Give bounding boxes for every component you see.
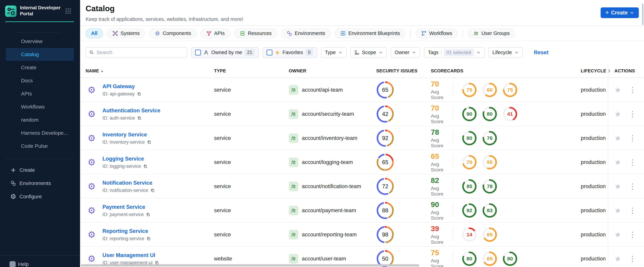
- entity-name-link[interactable]: Reporting Service: [102, 228, 148, 234]
- favorite-star-icon[interactable]: ★: [614, 255, 621, 262]
- favorite-star-icon[interactable]: ★: [614, 182, 621, 190]
- tab-apis[interactable]: APIs: [200, 28, 230, 38]
- owner-value[interactable]: account/reporting-team: [302, 232, 357, 238]
- scorecard-ring[interactable]: 75: [502, 82, 518, 98]
- security-issues-donut: 92: [376, 129, 394, 147]
- copy-icon[interactable]: [146, 212, 150, 217]
- entity-name-link[interactable]: Authentication Service: [102, 108, 160, 114]
- scorecard-ring[interactable]: 83: [482, 203, 497, 218]
- owned-by-me-checkbox[interactable]: [195, 50, 201, 56]
- scorecard-ring[interactable]: 55: [482, 155, 497, 170]
- scorecard-ring[interactable]: 92: [462, 203, 477, 218]
- owner-value[interactable]: account/user-team: [302, 256, 346, 262]
- sidebar-item-random[interactable]: random: [6, 113, 74, 126]
- entity-name-link[interactable]: API Gateway: [102, 83, 135, 90]
- favorite-star-icon[interactable]: ★: [614, 231, 621, 238]
- sidebar-item-configure[interactable]: ⚙Configure: [0, 190, 80, 203]
- tab-user-groups[interactable]: User Groups: [468, 28, 515, 38]
- sidebar-item-create[interactable]: Create: [6, 61, 74, 74]
- copy-icon[interactable]: [137, 116, 142, 120]
- owner-dropdown[interactable]: Owner: [391, 47, 420, 58]
- scorecard-ring[interactable]: 65: [482, 227, 497, 242]
- scorecard-ring[interactable]: 70: [462, 155, 477, 170]
- entity-name-link[interactable]: User Management UI: [102, 252, 155, 258]
- owner-value[interactable]: account/payment-team: [302, 208, 356, 214]
- sidebar-item-create[interactable]: +Create: [0, 163, 80, 176]
- lifecycle-dropdown[interactable]: Lifecycle: [489, 47, 522, 58]
- owned-by-me-filter[interactable]: Owned by me 21: [191, 47, 259, 58]
- type-dropdown[interactable]: Type: [321, 47, 346, 58]
- entity-name-link[interactable]: Payment Service: [102, 204, 145, 210]
- copy-icon[interactable]: [143, 164, 148, 168]
- tab-systems[interactable]: Systems: [107, 28, 145, 38]
- column-header-name[interactable]: NAME ▲: [80, 68, 214, 74]
- tab-environments[interactable]: Environments: [281, 28, 331, 38]
- tags-dropdown[interactable]: Tags 01 selected: [424, 47, 484, 58]
- app-switcher-icon[interactable]: [65, 8, 71, 14]
- row-menu-icon[interactable]: ⋮: [629, 207, 636, 214]
- search-input[interactable]: [96, 50, 184, 55]
- scorecard-ring[interactable]: 80: [502, 251, 518, 266]
- owner-value[interactable]: account/inventory-team: [302, 135, 357, 141]
- column-header-lifecycle[interactable]: LIFECYCLE ▲▼: [579, 68, 608, 74]
- row-menu-icon[interactable]: ⋮: [629, 255, 636, 262]
- scorecard-ring[interactable]: 80: [462, 130, 477, 146]
- favorite-star-icon[interactable]: ★: [614, 158, 621, 166]
- scorecard-ring[interactable]: 75: [462, 82, 477, 98]
- copy-icon[interactable]: [150, 188, 155, 192]
- scorecard-ring[interactable]: 80: [482, 106, 497, 122]
- row-menu-icon[interactable]: ⋮: [629, 231, 636, 238]
- scorecard-ring[interactable]: 65: [482, 251, 497, 266]
- sidebar-item-overview[interactable]: Overview: [6, 35, 74, 48]
- sidebar-item-docs[interactable]: Docs: [6, 74, 74, 87]
- owner-group-icon: [289, 109, 298, 119]
- scorecard-ring[interactable]: 85: [462, 179, 477, 194]
- create-button[interactable]: + Create: [600, 8, 639, 18]
- scorecard-ring[interactable]: 14: [462, 227, 477, 242]
- row-menu-icon[interactable]: ⋮: [629, 134, 636, 142]
- horizontal-scrollbar[interactable]: [81, 264, 419, 266]
- row-menu-icon[interactable]: ⋮: [629, 182, 636, 190]
- favorites-filter[interactable]: ★ Favorites 0: [263, 47, 317, 58]
- tab-all[interactable]: All: [86, 28, 103, 38]
- scorecard-ring[interactable]: 90: [462, 106, 477, 122]
- owner-value[interactable]: account/api-team: [302, 87, 343, 93]
- vertical-scrollbar[interactable]: [642, 4, 644, 25]
- scorecard-ring[interactable]: 60: [482, 82, 497, 98]
- sidebar-item-code-pulse[interactable]: Code Pulse: [6, 140, 74, 152]
- entity-name-link[interactable]: Notification Service: [102, 180, 152, 186]
- scorecard-ring[interactable]: 78: [482, 179, 497, 194]
- favorites-checkbox[interactable]: [266, 50, 272, 56]
- scope-dropdown[interactable]: Scope: [350, 47, 387, 58]
- sidebar-item-help[interactable]: Help: [10, 261, 29, 267]
- tab-components[interactable]: ⚙Components: [149, 28, 196, 38]
- favorite-star-icon[interactable]: ★: [614, 86, 621, 94]
- reset-filters-link[interactable]: Reset: [534, 50, 548, 56]
- sidebar-item-environments[interactable]: Environments: [0, 176, 80, 190]
- search-box[interactable]: [86, 47, 187, 58]
- tab-resources[interactable]: Resources: [234, 28, 277, 38]
- sidebar-item-harness-develope[interactable]: Harness Develope...: [6, 126, 74, 140]
- row-menu-icon[interactable]: ⋮: [629, 86, 636, 94]
- scorecard-ring[interactable]: 80: [462, 251, 477, 266]
- owner-value[interactable]: account/logging-team: [302, 159, 353, 165]
- favorite-star-icon[interactable]: ★: [614, 207, 621, 214]
- entity-name-link[interactable]: Inventory Service: [102, 132, 147, 138]
- scorecard-ring[interactable]: 41: [502, 106, 518, 122]
- owner-value[interactable]: account/notification-team: [302, 183, 361, 190]
- favorite-star-icon[interactable]: ★: [614, 110, 621, 118]
- sidebar-item-catalog[interactable]: Catalog: [6, 48, 74, 61]
- tab-environment-blueprints[interactable]: Environment Blueprints: [334, 28, 406, 38]
- copy-icon[interactable]: [146, 236, 151, 241]
- copy-icon[interactable]: [147, 140, 151, 144]
- copy-icon[interactable]: [137, 92, 141, 96]
- row-menu-icon[interactable]: ⋮: [629, 158, 636, 166]
- favorite-star-icon[interactable]: ★: [614, 134, 621, 142]
- tab-workflows[interactable]: Workflows: [416, 28, 458, 38]
- sidebar-item-workflows[interactable]: Workflows: [6, 100, 74, 113]
- entity-name-link[interactable]: Logging Service: [102, 156, 144, 162]
- row-menu-icon[interactable]: ⋮: [629, 110, 636, 118]
- sidebar-item-apis[interactable]: APIs: [6, 87, 74, 100]
- scorecard-ring[interactable]: 76: [482, 130, 497, 146]
- owner-value[interactable]: account/security-team: [302, 111, 354, 117]
